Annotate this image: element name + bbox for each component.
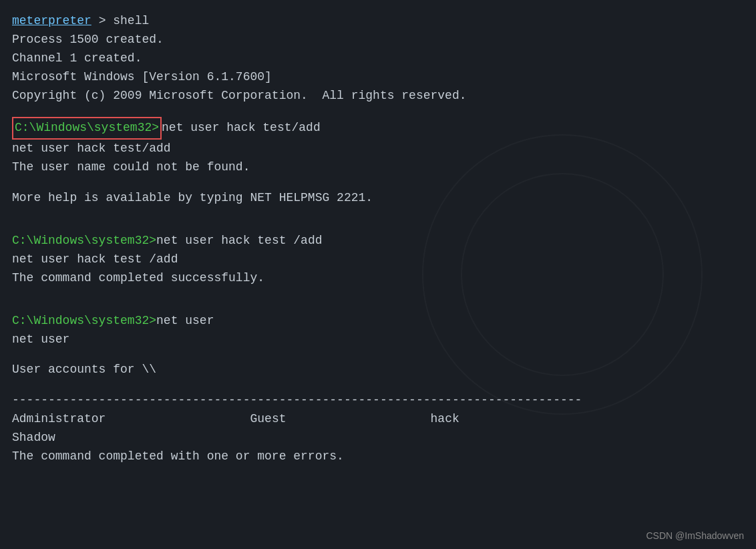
prompt-highlighted-1: C:\Windows\system32> [12,117,162,140]
spacer-8 [12,379,744,391]
echo-line-3: net user [12,331,744,349]
copyright-line: Copyright (c) 2009 Microsoft Corporation… [12,87,744,106]
col1: Administrator [12,412,106,425]
user-accounts-label: User accounts for \\ [12,361,744,379]
spacer-5 [12,288,744,300]
helpmsg-line: More help is available by typing NET HEL… [12,189,744,208]
meterpreter-link[interactable]: meterpreter [12,14,91,27]
spacer-6 [12,300,744,312]
spacer-4 [12,220,744,232]
col2: Guest [250,412,286,425]
echo-line-2: net user hack test /add [12,250,744,269]
spacer-3 [12,208,744,220]
prompt-2: C:\Windows\system32> [12,232,156,250]
prompt-3: C:\Windows\system32> [12,312,156,331]
error-line-1: The user name could not be found. [12,158,744,177]
cmd3-text: net user [156,312,214,331]
command-line-3: C:\Windows\system32>net user [12,312,744,331]
channel-created-line: Channel 1 created. [12,49,744,68]
spacer-1 [12,105,744,117]
col2-spacer [287,412,431,425]
watermark: CSDN @ImShadowven [646,530,745,541]
terminal-content: meterpreter > shell Process 1500 created… [12,12,744,466]
windows-version-line: Microsoft Windows [Version 6.1.7600] [12,68,744,87]
header-line: meterpreter > shell [12,12,744,31]
spacer-7 [12,349,744,361]
process-created-line: Process 1500 created. [12,31,744,49]
command-line-2: C:\Windows\system32>net user hack test /… [12,232,744,250]
terminal-window: meterpreter > shell Process 1500 created… [0,0,756,549]
separator-line: ----------------------------------------… [12,391,744,410]
cmd1-text: net user hack test/add [162,119,321,138]
shell-text: > shell [91,14,149,27]
user-accounts-row1: Administrator Guest hack [12,410,744,429]
col3: hack [431,412,459,425]
echo-line-1: net user hack test/add [12,140,744,158]
success-line: The command completed successfully. [12,269,744,288]
col1-spacer [106,412,250,425]
cmd2-text: net user hack test /add [156,232,322,250]
final-error-line: The command completed with one or more e… [12,447,744,466]
spacer-2 [12,177,744,189]
command-line-1: C:\Windows\system32>net user hack test/a… [12,117,744,140]
shadow-line: Shadow [12,429,744,447]
